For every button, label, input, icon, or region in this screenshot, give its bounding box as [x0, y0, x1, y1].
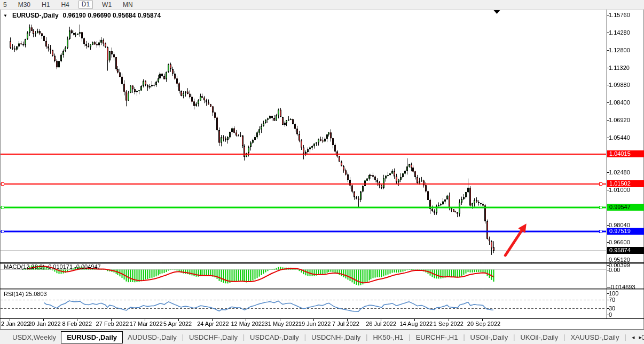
- chart-title-row: ▼ EURUSD-,Daily 0.96190 0.96690 0.95684 …: [3, 12, 161, 19]
- tab-usoil-daily[interactable]: USOil-,Daily: [466, 331, 513, 343]
- price-axis-label: 1.08400: [609, 99, 630, 106]
- rsi-indicator-label: RSI(14) 25.0803: [4, 291, 47, 297]
- price-axis-label: 1.11320: [609, 65, 630, 71]
- date-axis-label: 20 Jan 2022: [28, 321, 61, 327]
- tab-usdcnh-daily[interactable]: USDCNH-,Daily: [307, 331, 365, 343]
- date-axis-label: 12 May 2022: [231, 321, 265, 327]
- date-axis-label: 14 Aug 2022: [399, 321, 433, 327]
- tab-audusd-daily[interactable]: AUDUSD-,Daily: [123, 331, 182, 343]
- hline-price-label: 0.97519: [607, 228, 644, 235]
- date-axis-label: 19 Jun 2022: [299, 321, 331, 327]
- date-axis-label: 7 Jul 2022: [332, 321, 359, 327]
- price-axis-label: 1.02480: [609, 169, 630, 175]
- date-axis-label: 20 Sep 2022: [467, 321, 500, 327]
- date-axis-label: 5 Apr 2022: [163, 321, 192, 327]
- rsi-axis-label: 0: [609, 311, 612, 318]
- tab-scroll-controls: ◂▸: [629, 330, 642, 344]
- tab-eurusd-daily[interactable]: EURUSD-,Daily: [61, 331, 123, 343]
- timeframe-button-w1[interactable]: W1: [100, 1, 114, 9]
- price-axis-label: 1.12800: [609, 47, 630, 53]
- date-axis-label: 1 Sep 2022: [434, 321, 464, 327]
- trading-terminal: { "toolbar": { "timeframes": ["5", "M30"…: [0, 0, 644, 344]
- macd-axis-label: -0.014693: [609, 284, 635, 290]
- timeframe-button-mn[interactable]: MN: [121, 1, 135, 9]
- tab-scroll-right-icon[interactable]: ▸: [639, 334, 642, 341]
- price-axis-label: 1.06920: [609, 117, 630, 123]
- price-axis-label: 1.14280: [609, 29, 630, 36]
- timeframe-toolbar: 5M30H1H4D1W1MN: [0, 0, 644, 10]
- current-price-label: 0.95874: [607, 247, 644, 254]
- price-axis-label: 1.01000: [609, 187, 630, 193]
- date-axis-label: 24 Apr 2022: [197, 321, 229, 327]
- macd-axis-label: 0.00: [609, 267, 620, 273]
- timeframe-button-h1[interactable]: H1: [40, 1, 52, 9]
- date-axis-label: 26 Jul 2022: [366, 321, 396, 327]
- timeframe-button-m30[interactable]: M30: [16, 1, 33, 9]
- price-axis-label: 1.09880: [609, 82, 630, 88]
- timeframe-button-d1[interactable]: D1: [78, 1, 93, 9]
- date-axis-label: 8 Feb 2022: [62, 321, 92, 327]
- date-axis-label: 17 Mar 2022: [130, 321, 163, 327]
- timeframe-button-5[interactable]: 5: [1, 1, 9, 9]
- price-axis-label: 1.15760: [609, 12, 630, 18]
- chart-canvas[interactable]: [0, 0, 644, 344]
- symbol-dropdown-icon[interactable]: ▼: [3, 13, 7, 18]
- price-axis-label: 1.05440: [609, 134, 630, 141]
- chart-ohlc-values: 0.96190 0.96690 0.95684 0.95874: [63, 12, 161, 19]
- tab-usdchf-daily[interactable]: USDCHF-,Daily: [184, 331, 242, 343]
- tab-usdx-weekly[interactable]: USDX,Weekly: [7, 331, 61, 343]
- price-axis-label: 0.96600: [609, 239, 630, 245]
- tab-usdcad-daily[interactable]: USDCAD-,Daily: [245, 331, 304, 343]
- rsi-axis-label: 100: [609, 290, 618, 297]
- date-axis-label: 31 May 2022: [265, 321, 299, 327]
- tab-scroll-left-icon[interactable]: ◂: [632, 334, 635, 341]
- tab-eurchf-h1[interactable]: EURCHF-,H1: [411, 331, 463, 343]
- tab-ukoil-daily[interactable]: UKOil-,Daily: [515, 331, 563, 343]
- hline-price-label: 1.04015: [607, 150, 644, 157]
- rsi-axis-label: 70: [609, 297, 615, 303]
- symbol-tabbar: USDX,WeeklyEURUSD-,DailyAUDUSD-,Daily|US…: [0, 330, 644, 344]
- date-axis-label: 27 Feb 2022: [96, 321, 129, 327]
- timeframe-button-h4[interactable]: H4: [59, 1, 71, 9]
- tab-hk50-h1[interactable]: HK50-,H1: [368, 331, 408, 343]
- chart-title: EURUSD-,Daily: [12, 12, 59, 19]
- macd-indicator-label: MACD(12,26,9) -0.010171 -0.004947: [4, 263, 101, 270]
- date-axis-label: 2 Jan 2022: [1, 321, 30, 327]
- hline-price-label: 0.99547: [607, 204, 644, 211]
- tab-xauusd-daily[interactable]: XAUUSD-,Daily: [566, 331, 624, 343]
- rsi-axis-label: 30: [609, 305, 615, 311]
- hline-price-label: 1.01502: [607, 180, 644, 187]
